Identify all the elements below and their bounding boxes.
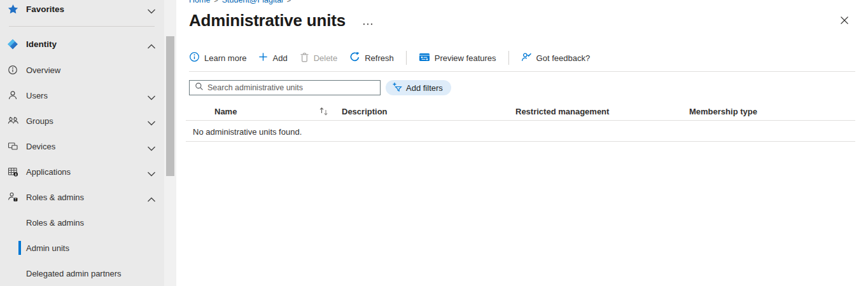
toolbar-separator xyxy=(406,51,407,65)
sidebar-item-label: Roles & admins xyxy=(26,193,84,202)
sidebar-subitem-delegated-admin-partners[interactable]: Delegated admin partners xyxy=(0,264,164,282)
command-bar: Learn more Add Delete Refresh xyxy=(189,50,590,66)
info-icon xyxy=(189,51,200,64)
roles-icon: T xyxy=(7,191,18,203)
app-window: Favorites Identity xyxy=(0,0,868,286)
sidebar-item-groups[interactable]: Groups xyxy=(0,112,164,130)
more-options-icon[interactable] xyxy=(363,22,373,26)
apps-grid-icon xyxy=(7,166,18,177)
breadcrumb-separator: > xyxy=(214,0,218,4)
empty-state-message: No administrative units found. xyxy=(193,127,302,137)
identity-diamond-icon xyxy=(7,38,18,50)
breadcrumb-separator: > xyxy=(287,0,291,4)
sidebar-item-label: Users xyxy=(26,91,48,100)
chevron-down-icon xyxy=(147,92,156,99)
star-icon xyxy=(7,3,18,15)
scrollbar-thumb[interactable] xyxy=(166,36,174,176)
breadcrumb: Home>Student@Flagital> xyxy=(189,0,295,4)
preview-features-button[interactable]: Preview features xyxy=(419,52,496,64)
selected-indicator xyxy=(18,241,21,255)
sidebar-item-label: Groups xyxy=(26,116,53,126)
sidebar-item-users[interactable]: Users xyxy=(0,86,164,104)
refresh-button[interactable]: Refresh xyxy=(349,51,394,64)
sidebar-subitem-roles-admins[interactable]: Roles & admins xyxy=(0,214,164,231)
sidebar-item-label: Delegated admin partners xyxy=(26,269,122,278)
search-input[interactable] xyxy=(207,83,375,92)
sidebar-item-devices[interactable]: Devices xyxy=(0,137,164,155)
sidebar-item-identity[interactable]: Identity xyxy=(0,35,164,53)
toolbar-label: Delete xyxy=(314,53,338,63)
breadcrumb-tenant-link[interactable]: Student@Flagital xyxy=(222,0,283,4)
close-icon[interactable] xyxy=(839,15,850,25)
chevron-down-icon xyxy=(147,168,156,175)
search-icon xyxy=(195,82,204,93)
sidebar-item-applications[interactable]: Applications xyxy=(0,163,164,180)
toolbar-label: Got feedback? xyxy=(536,53,591,63)
add-button[interactable]: Add xyxy=(258,52,287,64)
toolbar-divider xyxy=(189,71,855,72)
sidebar-item-label: Overview xyxy=(26,65,60,75)
delete-button[interactable]: Delete xyxy=(300,52,338,64)
column-header-membership-type: Membership type xyxy=(689,107,757,116)
chevron-up-icon xyxy=(147,194,156,200)
sidebar-item-label: Admin units xyxy=(26,243,69,253)
toolbar-label: Refresh xyxy=(365,53,394,63)
add-filter-icon xyxy=(392,82,402,94)
toolbar-label: Add xyxy=(272,53,287,63)
sidebar-item-label: Applications xyxy=(26,167,71,177)
column-header-name[interactable]: Name xyxy=(214,107,237,116)
sidebar-item-label: Favorites xyxy=(26,4,64,14)
sidebar-divider xyxy=(9,26,155,27)
search-box xyxy=(189,80,381,95)
chevron-down-icon xyxy=(147,6,156,12)
sidebar-item-favorites[interactable]: Favorites xyxy=(0,0,164,18)
column-header-restricted-management: Restricted management xyxy=(515,107,609,116)
table-header: Name Description Restricted management M… xyxy=(189,104,855,119)
table-header-divider xyxy=(186,120,855,121)
sidebar-item-overview[interactable]: Overview xyxy=(0,61,164,79)
preview-features-icon xyxy=(419,52,430,64)
column-header-description: Description xyxy=(342,107,388,116)
toolbar-label: Learn more xyxy=(204,53,246,63)
breadcrumb-home-link[interactable]: Home xyxy=(189,0,210,4)
sort-icon[interactable] xyxy=(319,107,329,116)
sidebar: Favorites Identity xyxy=(0,0,164,286)
table-bottom-divider xyxy=(186,141,855,142)
sidebar-scrollbar[interactable] xyxy=(164,0,176,286)
chevron-down-icon xyxy=(147,143,156,149)
sidebar-item-label: Identity xyxy=(26,39,57,49)
sidebar-item-roles-admins[interactable]: T Roles & admins xyxy=(0,188,164,206)
person-icon xyxy=(7,90,18,101)
info-icon xyxy=(7,64,18,76)
toolbar-label: Preview features xyxy=(435,53,496,63)
toolbar-separator xyxy=(508,51,509,65)
title-row: Administrative units xyxy=(189,11,373,31)
learn-more-button[interactable]: Learn more xyxy=(189,51,246,64)
chevron-up-icon xyxy=(147,41,156,47)
sidebar-item-label: Roles & admins xyxy=(26,218,84,228)
chevron-down-icon xyxy=(147,118,156,124)
feedback-icon xyxy=(521,52,532,64)
add-filters-button[interactable]: Add filters xyxy=(386,80,451,95)
people-icon xyxy=(7,115,18,126)
refresh-icon xyxy=(349,51,360,64)
main-pane: Home>Student@Flagital> Administrative un… xyxy=(176,0,868,286)
got-feedback-button[interactable]: Got feedback? xyxy=(521,52,591,64)
trash-icon xyxy=(300,52,309,64)
filter-row: Add filters xyxy=(189,80,451,95)
sidebar-item-label: Devices xyxy=(26,142,55,151)
plus-icon xyxy=(258,52,268,64)
devices-icon xyxy=(7,140,18,152)
sidebar-subitem-admin-units[interactable]: Admin units xyxy=(0,239,164,257)
add-filters-label: Add filters xyxy=(406,83,443,93)
page-title: Administrative units xyxy=(189,11,346,31)
svg-text:T: T xyxy=(15,198,17,201)
